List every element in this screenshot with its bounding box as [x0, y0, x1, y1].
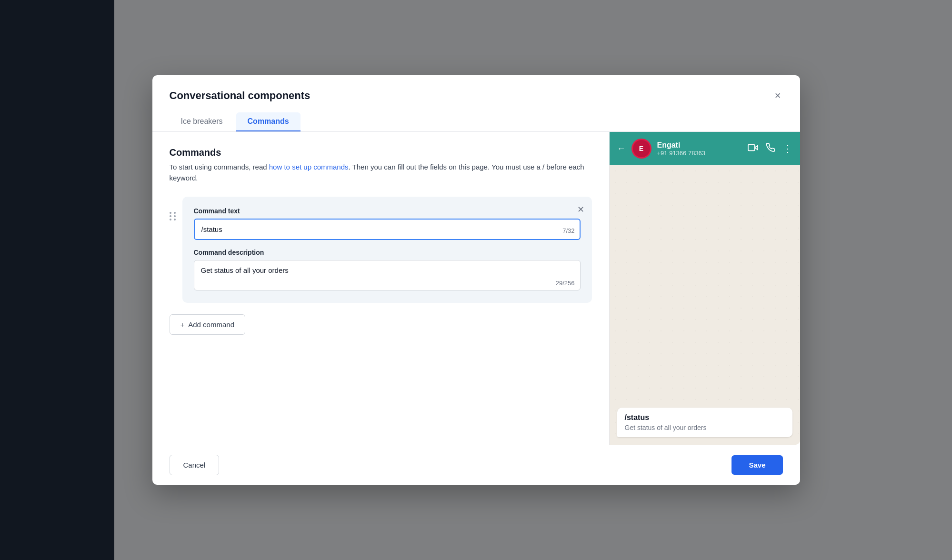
right-panel: ← E Engati +91 91366 78363 — [610, 132, 800, 445]
modal-header: Conversational components × Ice breakers… — [152, 75, 800, 132]
add-command-icon: + — [180, 320, 185, 329]
command-desc-char-count: 29/256 — [556, 280, 575, 287]
tab-commands[interactable]: Commands — [236, 112, 301, 131]
wa-contact-phone: +91 91366 78363 — [657, 150, 742, 157]
video-call-icon — [748, 144, 758, 155]
tab-ice-breakers[interactable]: Ice breakers — [170, 112, 234, 131]
command-desc-label: Command description — [194, 249, 581, 256]
avatar: E — [631, 139, 651, 159]
section-title: Commands — [170, 147, 592, 158]
drag-handle[interactable] — [170, 197, 177, 220]
wa-video-call-button[interactable] — [748, 142, 758, 155]
add-command-label: Add command — [188, 320, 234, 329]
wa-back-button[interactable]: ← — [617, 144, 626, 154]
tabs-container: Ice breakers Commands — [170, 112, 783, 131]
modal-footer: Cancel Save — [152, 445, 800, 485]
command-text-label: Command text — [194, 207, 581, 215]
wa-more-button[interactable]: ⋮ — [783, 142, 792, 155]
wa-header: ← E Engati +91 91366 78363 — [610, 132, 800, 165]
wa-bubble-command: /status — [625, 413, 785, 422]
command-card-wrapper: ✕ Command text 7/32 Command description … — [170, 197, 592, 303]
command-desc-field-wrapper: Get status of all your orders 29/256 — [194, 260, 581, 292]
command-text-char-count: 7/32 — [562, 227, 574, 234]
wa-bubble-description: Get status of all your orders — [625, 424, 785, 431]
wa-command-bubble: /status Get status of all your orders — [617, 408, 792, 437]
svg-marker-0 — [754, 145, 757, 150]
phone-icon — [766, 144, 775, 154]
cancel-button[interactable]: Cancel — [170, 455, 220, 475]
more-options-icon: ⋮ — [783, 143, 792, 154]
svg-rect-1 — [748, 144, 754, 150]
command-card: ✕ Command text 7/32 Command description … — [182, 197, 592, 303]
whatsapp-preview: ← E Engati +91 91366 78363 — [610, 132, 800, 445]
section-description: To start using commands, read how to set… — [170, 162, 592, 183]
wa-contact-name: Engati — [657, 140, 742, 150]
wa-chat-area: /status Get status of all your orders — [610, 165, 800, 445]
left-panel: Commands To start using commands, read h… — [152, 132, 610, 445]
drag-handle-icon — [170, 212, 177, 220]
wa-actions: ⋮ — [748, 142, 792, 155]
command-text-input[interactable] — [194, 219, 581, 240]
delete-command-button[interactable]: ✕ — [575, 202, 586, 217]
close-button[interactable]: × — [773, 89, 783, 103]
modal-title: Conversational components — [170, 90, 311, 102]
command-text-field-wrapper: 7/32 — [194, 219, 581, 240]
add-command-button[interactable]: + Add command — [170, 314, 245, 335]
wa-contact-info: Engati +91 91366 78363 — [657, 140, 742, 157]
setup-link[interactable]: how to set up commands — [269, 163, 349, 171]
save-button[interactable]: Save — [732, 455, 782, 475]
conversational-components-modal: Conversational components × Ice breakers… — [152, 75, 800, 485]
modal-body: Commands To start using commands, read h… — [152, 132, 800, 445]
wa-phone-button[interactable] — [766, 142, 775, 155]
command-desc-input[interactable]: Get status of all your orders — [194, 260, 581, 290]
